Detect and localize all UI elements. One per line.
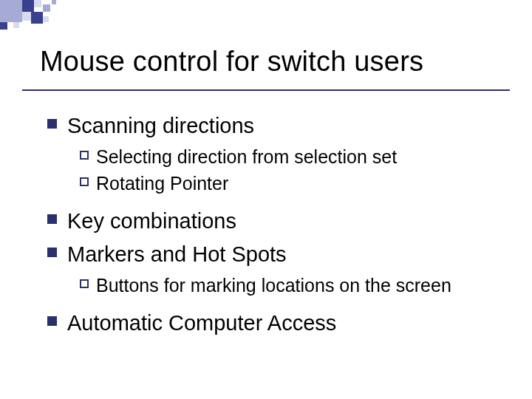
decor-square — [34, 0, 41, 7]
list-subitem-label: Selecting direction from selection set — [96, 145, 397, 170]
list-item: Automatic Computer Access — [47, 309, 502, 338]
decor-square — [31, 12, 43, 24]
list-item-label: Markers and Hot Spots — [67, 240, 287, 269]
square-bullet-icon — [47, 119, 57, 129]
decor-square — [52, 0, 56, 4]
hollow-square-bullet-icon — [80, 279, 89, 288]
slide-body: Scanning directions Selecting direction … — [0, 91, 532, 338]
list-item: Key combinations — [47, 207, 502, 236]
list-subitem-label: Rotating Pointer — [96, 171, 228, 197]
sublist: Selecting direction from selection set R… — [80, 145, 502, 197]
decor-square — [0, 22, 7, 30]
decor-square — [13, 22, 19, 28]
decor-square — [22, 0, 34, 12]
square-bullet-icon — [47, 214, 57, 224]
list-item: Scanning directions — [47, 112, 502, 140]
list-item: Markers and Hot Spots — [47, 240, 502, 269]
list-subitem-label: Buttons for marking locations on the scr… — [96, 273, 451, 299]
square-bullet-icon — [47, 248, 57, 257]
list-subitem: Buttons for marking locations on the scr… — [80, 273, 502, 299]
hollow-square-bullet-icon — [80, 151, 89, 160]
list-subitem: Rotating Pointer — [80, 171, 502, 197]
sublist: Buttons for marking locations on the scr… — [80, 273, 502, 299]
decor-square — [43, 16, 49, 22]
list-item-label: Scanning directions — [67, 112, 254, 140]
decor-square — [0, 0, 22, 22]
square-bullet-icon — [47, 316, 57, 326]
list-item-label: Automatic Computer Access — [67, 309, 336, 338]
decor-square — [43, 4, 50, 12]
decor-square — [22, 12, 31, 21]
hollow-square-bullet-icon — [80, 177, 89, 186]
corner-decoration — [0, 0, 81, 33]
list-item-label: Key combinations — [67, 207, 236, 236]
list-subitem: Selecting direction from selection set — [80, 145, 502, 170]
